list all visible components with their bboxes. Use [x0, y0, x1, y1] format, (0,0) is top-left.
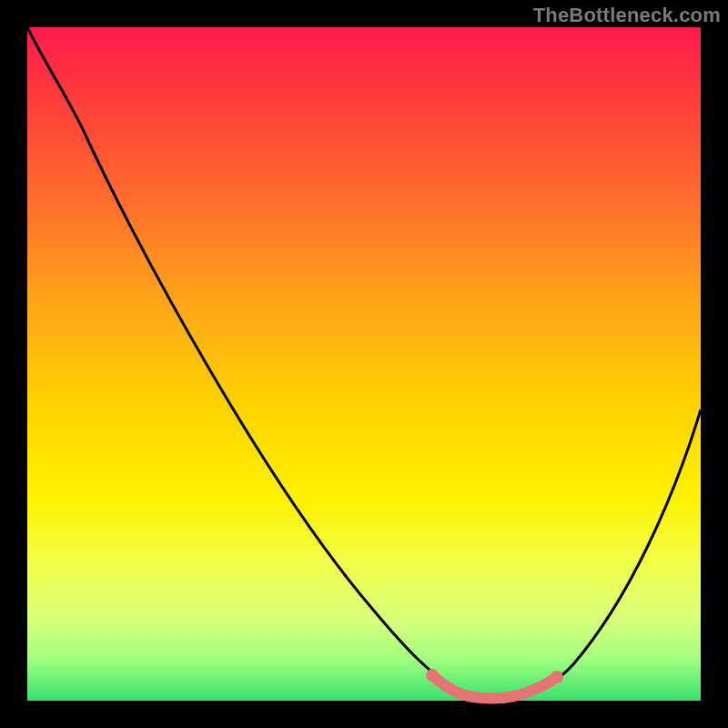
highlight-segment — [432, 675, 557, 698]
chart-svg — [27, 27, 701, 701]
plot-area — [27, 27, 701, 701]
chart-frame: TheBottleneck.com — [0, 0, 728, 728]
bottleneck-curve — [27, 27, 701, 698]
highlight-end-dot — [551, 671, 563, 683]
watermark-text: TheBottleneck.com — [533, 4, 721, 27]
highlight-start-dot — [426, 669, 439, 682]
